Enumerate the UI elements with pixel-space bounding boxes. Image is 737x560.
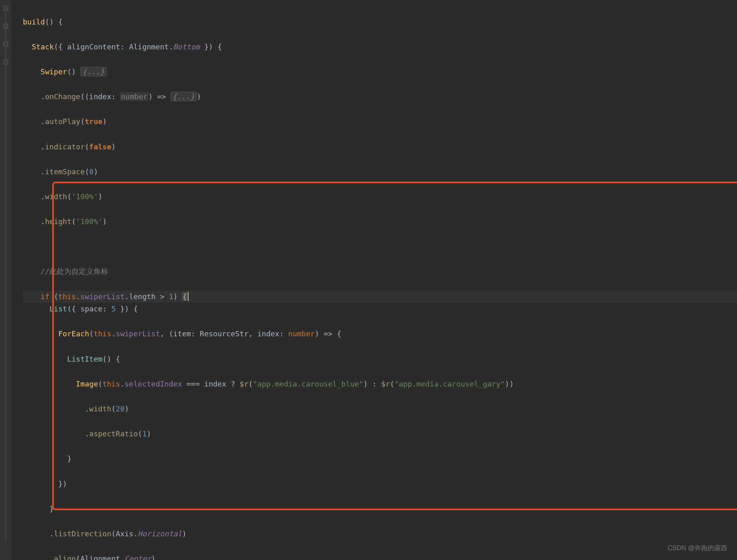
code-line: } bbox=[23, 503, 737, 516]
fold-handle[interactable] bbox=[3, 60, 8, 64]
code-line: ForEach(this.swiperList, (item: Resource… bbox=[23, 328, 737, 340]
code-line: Swiper() {...} bbox=[23, 66, 737, 78]
code-line bbox=[23, 240, 737, 253]
code-line: Image(this.selectedIndex === index ? $r(… bbox=[23, 378, 737, 391]
code-line: .indicator(false) bbox=[23, 141, 737, 153]
code-line: .height('100%') bbox=[23, 216, 737, 228]
code-line: .aspectRatio(1) bbox=[23, 428, 737, 440]
watermark: CSDN @奔跑的露西 bbox=[668, 542, 727, 553]
code-line: .align(Alignment.Center) bbox=[23, 553, 737, 560]
code-line: build() { bbox=[23, 16, 737, 29]
fold-handle[interactable] bbox=[3, 6, 8, 11]
caret bbox=[188, 292, 189, 301]
code-area[interactable]: build() { Stack({ alignContent: Alignmen… bbox=[11, 0, 737, 560]
code-line: List({ space: 5 }) { bbox=[23, 303, 737, 316]
code-line: .listDirection(Axis.Horizontal) bbox=[23, 528, 737, 540]
gutter[interactable] bbox=[0, 0, 11, 560]
code-line: .itemSpace(0) bbox=[23, 166, 737, 178]
fold-handle[interactable] bbox=[3, 42, 8, 47]
code-line: .onChange((index: number) => {...}) bbox=[23, 91, 737, 103]
code-line: .autoPlay(true) bbox=[23, 116, 737, 128]
code-line: .width(20) bbox=[23, 403, 737, 416]
code-line: ListItem() { bbox=[23, 353, 737, 366]
folded-region[interactable]: {...} bbox=[80, 67, 107, 76]
code-line: } bbox=[23, 453, 737, 465]
code-line-current: if (this.swiperList.length > 1) { bbox=[23, 291, 737, 303]
code-line: Stack({ alignContent: Alignment.Bottom }… bbox=[23, 41, 737, 53]
fold-handle[interactable] bbox=[3, 24, 8, 29]
code-editor[interactable]: build() { Stack({ alignContent: Alignmen… bbox=[0, 0, 737, 560]
code-line: //此处为自定义角标 bbox=[23, 265, 737, 278]
code-line: }) bbox=[23, 478, 737, 491]
code-line: .width('100%') bbox=[23, 191, 737, 203]
folded-region[interactable]: {...} bbox=[171, 92, 197, 101]
